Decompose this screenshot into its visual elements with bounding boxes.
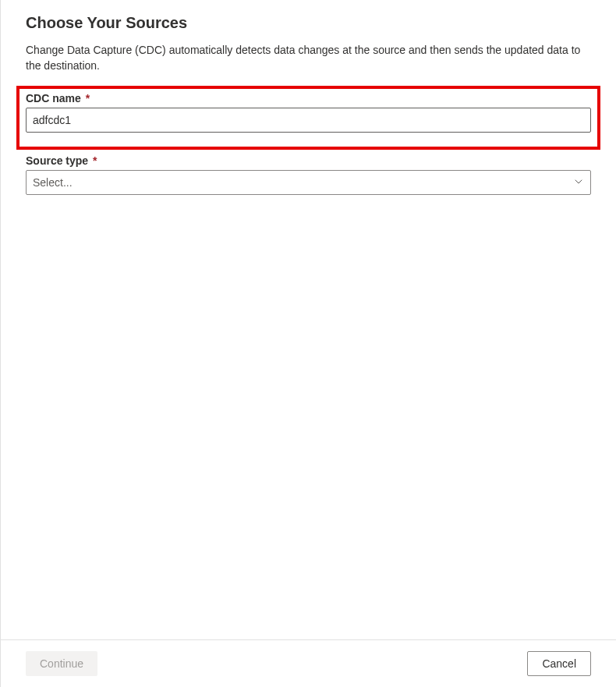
source-type-select-wrapper: Select...: [26, 170, 591, 195]
panel-footer: Continue Cancel: [1, 639, 616, 687]
required-marker: *: [93, 154, 97, 167]
source-type-field-group: Source type * Select...: [26, 154, 591, 195]
page-description: Change Data Capture (CDC) automatically …: [26, 43, 587, 73]
source-type-label-text: Source type: [26, 154, 88, 167]
cdc-name-label-text: CDC name: [26, 92, 81, 104]
cancel-button[interactable]: Cancel: [527, 651, 591, 676]
continue-button[interactable]: Continue: [26, 651, 97, 676]
cdc-name-label: CDC name *: [26, 92, 591, 104]
cdc-name-input[interactable]: [26, 108, 591, 133]
sources-panel: Choose Your Sources Change Data Capture …: [0, 0, 616, 687]
required-marker: *: [86, 92, 90, 104]
source-type-select[interactable]: Select...: [26, 170, 591, 195]
cdc-name-field-group: CDC name *: [26, 92, 591, 133]
panel-content: Choose Your Sources Change Data Capture …: [1, 0, 616, 639]
source-type-placeholder: Select...: [33, 176, 73, 189]
cdc-name-highlight: CDC name *: [16, 86, 600, 150]
page-title: Choose Your Sources: [26, 14, 591, 32]
source-type-label: Source type *: [26, 154, 591, 167]
